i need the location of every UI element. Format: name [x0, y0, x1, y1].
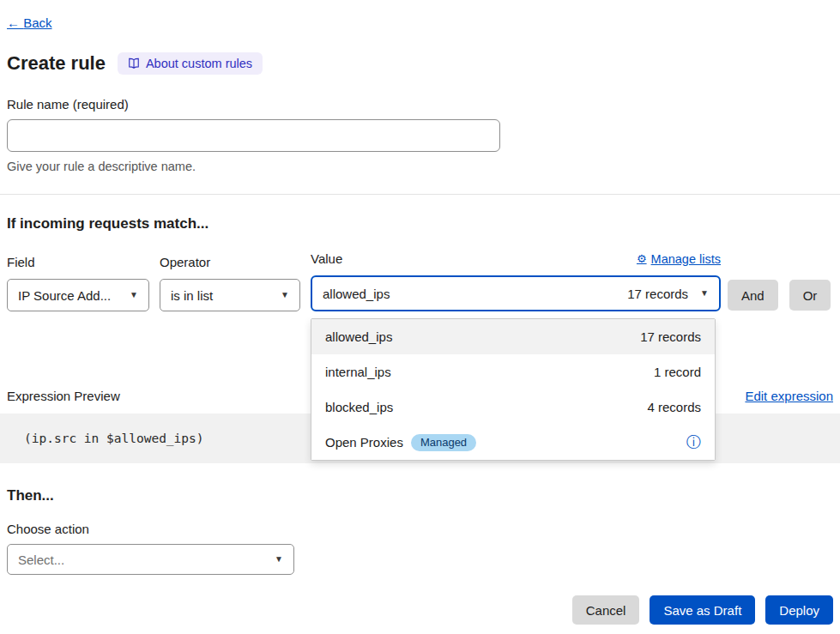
option-meta: 17 records — [640, 329, 701, 344]
value-select[interactable]: allowed_ips 17 records ▼ — [311, 275, 721, 311]
option-name: internal_ips — [325, 365, 391, 379]
value-column: Value ⚙ Manage lists allowed_ips 17 reco… — [311, 250, 721, 311]
expression-preview-label: Expression Preview — [7, 389, 120, 403]
option-name: allowed_ips — [325, 329, 392, 344]
chevron-down-icon: ▼ — [275, 555, 283, 564]
option-meta: 1 record — [654, 365, 701, 379]
footer-actions: Cancel Save as Draft Deploy — [7, 595, 833, 625]
then-heading: Then... — [7, 487, 833, 504]
back-row: ← Back — [7, 15, 833, 30]
operator-selected-text: is in list — [171, 288, 213, 303]
gear-icon: ⚙ — [637, 252, 647, 265]
operator-label: Operator — [160, 255, 210, 269]
page-title: Create rule — [7, 52, 106, 75]
operator-column: Operator is in list ▼ — [160, 253, 300, 311]
rule-name-input[interactable] — [7, 119, 500, 152]
managed-badge: Managed — [411, 434, 476, 451]
list-option-open-proxies[interactable]: Open Proxies Managed ⓘ — [311, 425, 715, 460]
operator-select[interactable]: is in list ▼ — [160, 279, 300, 311]
value-records-count: 17 records — [627, 287, 688, 301]
rule-name-group: Rule name (required) Give your rule a de… — [7, 97, 833, 173]
field-label: Field — [7, 255, 35, 269]
value-selected-text: allowed_ips — [323, 287, 390, 301]
cancel-button[interactable]: Cancel — [572, 595, 640, 625]
choose-action-label: Choose action — [7, 522, 833, 536]
back-label: Back — [23, 15, 51, 30]
chevron-down-icon: ▼ — [700, 289, 709, 298]
chevron-down-icon: ▼ — [130, 291, 138, 299]
about-label: About custom rules — [146, 57, 252, 70]
match-row: Field IP Source Add... ▼ Operator is in … — [7, 250, 833, 311]
title-row: Create rule About custom rules — [7, 52, 833, 75]
list-dropdown-menu: allowed_ips 17 records internal_ips 1 re… — [311, 318, 716, 461]
info-icon[interactable]: ⓘ — [686, 435, 701, 450]
chevron-down-icon: ▼ — [281, 291, 289, 299]
list-option-blocked-ips[interactable]: blocked_ips 4 records — [311, 389, 715, 425]
option-meta: 4 records — [647, 400, 701, 414]
list-option-allowed-ips[interactable]: allowed_ips 17 records — [311, 319, 715, 354]
deploy-button[interactable]: Deploy — [765, 595, 833, 625]
and-button[interactable]: And — [728, 280, 778, 311]
list-option-internal-ips[interactable]: internal_ips 1 record — [311, 354, 715, 389]
action-placeholder: Select... — [18, 552, 64, 567]
field-selected-text: IP Source Add... — [18, 288, 111, 303]
about-custom-rules-link[interactable]: About custom rules — [118, 52, 263, 75]
option-name: Open Proxies — [325, 435, 403, 450]
manage-lists-label: Manage lists — [651, 252, 721, 266]
manage-lists-link[interactable]: ⚙ Manage lists — [637, 252, 721, 266]
or-button[interactable]: Or — [789, 280, 831, 311]
create-rule-page: ← Back Create rule About custom rules Ru… — [0, 0, 840, 625]
match-heading: If incoming requests match... — [7, 215, 833, 232]
edit-expression-link[interactable]: Edit expression — [745, 389, 833, 403]
field-select[interactable]: IP Source Add... ▼ — [7, 279, 149, 311]
field-column: Field IP Source Add... ▼ — [7, 253, 149, 311]
rule-name-label: Rule name (required) — [7, 97, 833, 112]
book-icon — [128, 57, 140, 69]
section-divider — [0, 194, 840, 195]
back-arrow-icon: ← — [7, 15, 20, 30]
and-or-buttons: And Or — [728, 280, 831, 311]
action-select[interactable]: Select... ▼ — [7, 544, 294, 575]
back-link[interactable]: ← Back — [7, 15, 52, 30]
value-label: Value — [311, 251, 342, 266]
save-as-draft-button[interactable]: Save as Draft — [650, 595, 755, 625]
rule-name-help: Give your rule a descriptive name. — [7, 160, 833, 173]
option-name: blocked_ips — [325, 400, 393, 414]
